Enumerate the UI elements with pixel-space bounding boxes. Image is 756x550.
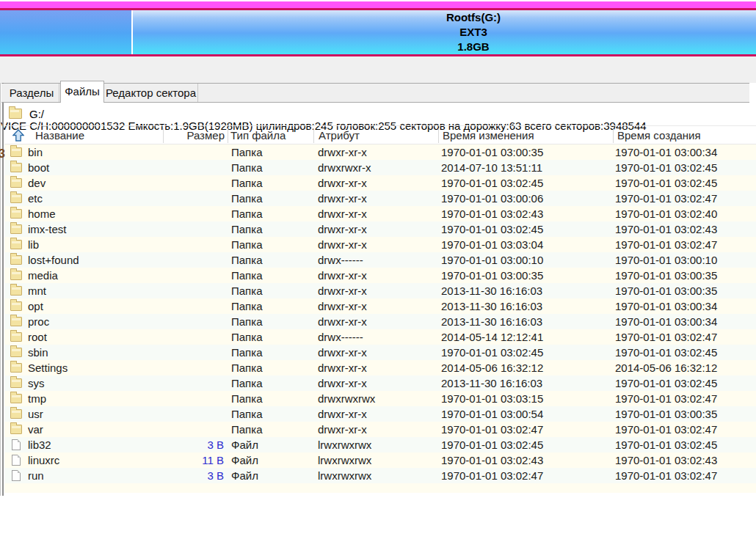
file-name: run: [28, 468, 44, 483]
column-header-type[interactable]: Тип файла: [230, 129, 286, 142]
file-created: 1970-01-01 03:02:47: [615, 237, 717, 252]
folder-icon: [10, 194, 22, 203]
folder-icon: [10, 255, 22, 265]
file-created: 1970-01-01 03:02:45: [615, 437, 717, 452]
folder-icon: [10, 240, 22, 249]
table-row[interactable]: lost+foundПапкаdrwx------1970-01-01 03:0…: [4, 252, 756, 268]
file-type: Файл: [231, 452, 258, 468]
folder-icon: [10, 425, 22, 434]
file-created: 1970-01-01 03:00:34: [615, 298, 717, 314]
table-row[interactable]: tmpПапкаdrwxrwxrwx1970-01-01 03:03:15197…: [4, 391, 756, 406]
column-header-name[interactable]: Название: [35, 129, 84, 142]
column-header-modified[interactable]: Время изменения: [443, 129, 534, 142]
file-attr: drwxr-xr-x: [318, 298, 367, 314]
file-icon: [12, 439, 21, 450]
file-name: dev: [28, 175, 46, 191]
file-created: 1970-01-01 03:02:43: [615, 221, 717, 237]
file-name: lib: [28, 237, 39, 252]
partition-size: 1.8GB: [457, 40, 489, 54]
table-row[interactable]: bootПапкаdrwxrwxr-x2014-07-10 13:51:1119…: [4, 160, 756, 175]
table-row[interactable]: imx-testПапкаdrwxr-xr-x1970-01-01 03:02:…: [4, 221, 756, 237]
file-modified: 1970-01-01 03:02:45: [441, 345, 543, 360]
file-type: Папка: [231, 391, 262, 406]
table-row[interactable]: homeПапкаdrwxr-xr-x1970-01-01 03:02:4319…: [4, 206, 756, 221]
column-header-attr[interactable]: Атрибут: [319, 129, 360, 142]
file-modified: 1970-01-01 03:02:45: [441, 175, 543, 191]
file-created: 1970-01-01 03:00:35: [615, 406, 717, 422]
file-type: Папка: [231, 268, 262, 283]
tab-files[interactable]: Файлы: [60, 81, 104, 103]
table-row[interactable]: devПапкаdrwxr-xr-x1970-01-01 03:02:45197…: [4, 175, 756, 191]
table-row[interactable]: mediaПапкаdrwxr-xr-x1970-01-01 03:00:351…: [4, 268, 756, 283]
folder-icon: [10, 163, 22, 172]
column-separator: [228, 128, 228, 143]
column-header-created[interactable]: Время создания: [617, 129, 701, 142]
table-row[interactable]: SettingsПапкаdrwxr-xr-x2014-05-06 16:32:…: [4, 360, 756, 375]
column-separator: [313, 128, 314, 143]
file-attr: drwxr-xr-x: [318, 206, 367, 221]
folder-icon: [10, 224, 22, 234]
table-row[interactable]: libПапкаdrwxr-xr-x1970-01-01 03:03:04197…: [4, 237, 756, 252]
file-name: bin: [28, 144, 43, 160]
table-row[interactable]: usrПапкаdrwxr-xr-x1970-01-01 03:00:54197…: [4, 406, 756, 422]
file-attr: drwxr-xr-x: [318, 144, 367, 160]
file-created: 1970-01-01 03:02:45: [615, 160, 717, 175]
file-modified: 1970-01-01 03:00:10: [441, 252, 543, 268]
file-created: 2014-05-06 16:32:12: [615, 360, 717, 375]
table-row[interactable]: linuxrc11 ВФайлlrwxrwxrwx1970-01-01 03:0…: [4, 452, 756, 468]
file-modified: 1970-01-01 03:00:35: [441, 144, 543, 160]
table-row[interactable]: binПапкаdrwxr-xr-x1970-01-01 03:00:35197…: [4, 144, 756, 160]
table-row[interactable]: mntПапкаdrwxr-xr-x2013-11-30 16:16:03197…: [4, 283, 756, 298]
table-row[interactable]: lib323 ВФайлlrwxrwxrwx1970-01-01 03:02:4…: [4, 437, 756, 452]
file-name: etc: [28, 191, 43, 206]
folder-icon: [10, 147, 22, 157]
current-path: G:/: [29, 108, 44, 120]
file-created: 1970-01-01 03:00:35: [615, 283, 717, 298]
folder-icon: [10, 394, 22, 403]
partition-block-left[interactable]: [0, 10, 131, 54]
table-row[interactable]: sysПапкаdrwxr-xr-x2013-11-30 16:16:03197…: [4, 375, 756, 391]
file-name: linuxrc: [28, 452, 59, 468]
file-name: var: [28, 422, 43, 437]
file-type: Папка: [231, 345, 262, 360]
file-modified: 2013-11-30 16:16:03: [441, 375, 542, 391]
file-attr: drwxr-xr-x: [318, 283, 367, 298]
file-attr: drwxr-xr-x: [318, 360, 367, 375]
tab-partitions[interactable]: Разделы: [4, 84, 59, 102]
file-type: Папка: [231, 360, 262, 375]
sort-up-arrow-icon[interactable]: [12, 129, 24, 144]
file-type: Папка: [231, 283, 262, 298]
table-row[interactable]: optПапкаdrwxr-xr-x2013-11-30 16:16:03197…: [4, 298, 756, 314]
table-row[interactable]: varПапкаdrwxr-xr-x1970-01-01 03:02:47197…: [4, 422, 756, 437]
file-attr: drwxr-xr-x: [318, 237, 367, 252]
table-row[interactable]: sbinПапкаdrwxr-xr-x1970-01-01 03:02:4519…: [4, 345, 756, 360]
column-header-size[interactable]: Размер: [169, 129, 225, 142]
file-size: 11 В: [169, 452, 224, 468]
left-edge-text-fragment: 3: [0, 147, 5, 161]
column-separator: [613, 128, 614, 143]
file-name: root: [28, 329, 47, 345]
file-attr: lrwxrwxrwx: [318, 452, 371, 468]
folder-icon: [10, 348, 22, 357]
file-modified: 2014-05-14 12:12:41: [441, 329, 543, 345]
table-row[interactable]: rootПапкаdrwx------2014-05-14 12:12:4119…: [4, 329, 756, 345]
file-created: 1970-01-01 03:02:45: [615, 375, 717, 391]
file-name: sys: [28, 375, 45, 391]
file-icon: [12, 455, 21, 466]
table-row[interactable]: run3 ВФайлlrwxrwxrwx1970-01-01 03:02:471…: [4, 468, 756, 483]
file-table-body: binПапкаdrwxr-xr-x1970-01-01 03:00:35197…: [4, 144, 756, 483]
folder-icon: [10, 378, 22, 388]
file-type: Файл: [231, 437, 258, 452]
file-modified: 2014-05-06 16:32:12: [441, 360, 543, 375]
file-modified: 1970-01-01 03:00:35: [441, 268, 543, 283]
tab-sector-editor[interactable]: Редактор сектора: [104, 84, 198, 102]
table-row[interactable]: procПапкаdrwxr-xr-x2013-11-30 16:16:0319…: [4, 314, 756, 329]
folder-icon: [10, 409, 22, 419]
file-size: 3 В: [169, 437, 224, 452]
file-type: Папка: [231, 314, 262, 329]
file-attr: drwxrwxrwx: [318, 391, 375, 406]
file-attr: drwxr-xr-x: [318, 422, 367, 437]
file-icon: [12, 470, 21, 481]
file-modified: 1970-01-01 03:02:43: [441, 452, 543, 468]
table-row[interactable]: etcПапкаdrwxr-xr-x1970-01-01 03:00:06197…: [4, 191, 756, 206]
